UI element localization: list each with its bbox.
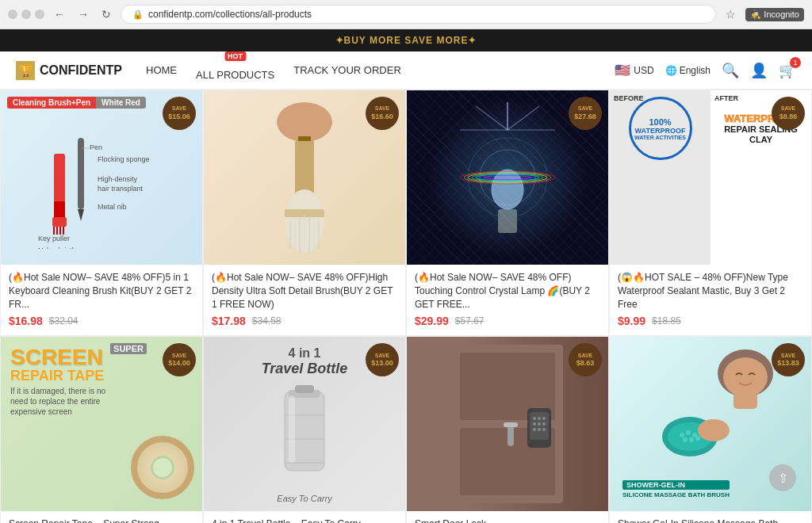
product-card-8[interactable]: SHOWER-GEL-IN SILICONE MASSAGE BATH BRUS… (609, 336, 812, 523)
screen-tape-text-area: SCREEN REPAIR TAPE If it is damaged, the… (10, 346, 113, 417)
svg-point-57 (533, 417, 536, 420)
nav-home[interactable]: HOME (146, 64, 177, 76)
product-title-1: (🔥Hot Sale NOW– SAVE 48% OFF)5 in 1 Keyb… (9, 271, 194, 311)
brush-kit-svg: Flocking sponge High-density hair transp… (30, 106, 173, 249)
account-icon[interactable]: 👤 (750, 62, 768, 79)
svg-point-79 (698, 419, 730, 441)
browser-chrome: ← → ↻ 🔒 confidentp.com/collections/all-p… (0, 0, 812, 29)
currency-label: USD (634, 65, 653, 76)
label-gray-1: White Red (96, 97, 146, 109)
browser-refresh-button[interactable]: ↻ (98, 6, 114, 22)
logo-text: CONFIDENTP (40, 63, 122, 78)
price-current-1: $16.98 (9, 315, 43, 327)
cart-icon[interactable]: 🛒 1 (779, 62, 796, 79)
svg-point-60 (533, 422, 536, 426)
tape-roll-icon (131, 436, 194, 499)
price-original-4: $18.85 (652, 315, 681, 326)
svg-text:High-density: High-density (98, 175, 138, 183)
svg-point-73 (680, 433, 684, 437)
save-label-6: SAVE (375, 353, 390, 359)
save-amount-4: $8.86 (779, 113, 798, 121)
svg-point-77 (689, 437, 694, 442)
search-icon[interactable]: 🔍 (722, 62, 739, 79)
product-card-3[interactable]: SAVE $27.68 (🔥Hot Sale NOW– SAVE 48% OFF… (406, 90, 609, 336)
product-title-6: 4 in 1 Travel Bottle – Easy To Carry (212, 517, 397, 523)
product-image-4: BEFORE 100% WATERPROOF WATER ACTIVITIES … (610, 90, 811, 265)
price-original-2: $34.58 (252, 315, 282, 326)
massage-brush-svg (642, 342, 785, 500)
hot-badge: HOT (224, 52, 246, 61)
nav-track-order[interactable]: TRACK YOUR ORDER (293, 64, 401, 76)
product-info-6: 4 in 1 Travel Bottle – Easy To Carry (204, 511, 405, 523)
product-info-1: (🔥Hot Sale NOW– SAVE 48% OFF)5 in 1 Keyb… (1, 265, 202, 335)
product-card-4[interactable]: BEFORE 100% WATERPROOF WATER ACTIVITIES … (609, 90, 812, 336)
product-image-1: Flocking sponge High-density hair transp… (1, 90, 202, 265)
incognito-label: Incognito (764, 10, 799, 19)
svg-rect-56 (530, 412, 549, 440)
price-original-3: $57.67 (455, 315, 485, 326)
product-image-5: SCREEN REPAIR TAPE If it is damaged, the… (1, 337, 202, 511)
scroll-to-top-button[interactable]: ⇧ (769, 464, 796, 491)
save-badge-2: SAVE $16.60 (366, 97, 399, 130)
browser-dot-1 (8, 10, 17, 19)
product-prices-4: $9.99 $18.85 (618, 315, 803, 327)
save-badge-3: SAVE $27.68 (569, 97, 602, 130)
svg-text:Flocking sponge: Flocking sponge (98, 155, 150, 163)
language-selector[interactable]: 🌐 English (665, 65, 710, 76)
svg-rect-7 (78, 138, 84, 209)
product-card-7[interactable]: SAVE $8.63 Smart Door Lock (406, 336, 609, 523)
save-label-1: SAVE (172, 105, 187, 112)
browser-back-button[interactable]: ← (51, 6, 68, 22)
browser-forward-button[interactable]: → (75, 6, 92, 22)
product-card-1[interactable]: Flocking sponge High-density hair transp… (0, 90, 203, 336)
shower-gel-label: SHOWER-GEL-IN SILICONE MASSAGE BATH BRUS… (622, 480, 730, 498)
save-amount-6: $13.00 (371, 359, 393, 368)
incognito-badge: 🕵 Incognito (745, 8, 804, 21)
paint-brush-svg (241, 98, 368, 257)
save-label-4: SAVE (781, 105, 796, 112)
svg-point-62 (542, 422, 546, 426)
svg-point-64 (538, 428, 541, 431)
price-current-4: $9.99 (618, 315, 645, 327)
save-label-2: SAVE (375, 105, 390, 112)
svg-point-78 (695, 436, 700, 441)
product-label-tag-1: Cleaning Brush+Pen White Red (7, 97, 146, 109)
travel-bottle-svg (257, 384, 352, 487)
product-image-6: 4 in 1 Travel Bottle Easy To Carry S (204, 337, 405, 511)
product-title-7: Smart Door Lock (415, 517, 600, 523)
banner-text: ✦BUY MORE SAVE MORE✦ (335, 35, 477, 46)
site-header: 🏆 CONFIDENTP HOME HOT ALL PRODUCTS TRACK… (0, 52, 812, 90)
door-lock-svg (436, 337, 579, 511)
header-actions: 🇺🇸 USD 🌐 English 🔍 👤 🛒 1 (615, 62, 796, 79)
save-amount-8: $13.83 (777, 359, 799, 368)
product-card-6[interactable]: 4 in 1 Travel Bottle Easy To Carry S (203, 336, 406, 523)
after-label: AFTER (714, 94, 738, 102)
svg-point-65 (542, 428, 546, 431)
browser-star-button[interactable]: ☆ (722, 6, 739, 22)
products-grid: Flocking sponge High-density hair transp… (0, 90, 812, 523)
svg-rect-70 (733, 393, 757, 409)
browser-url-bar[interactable]: 🔒 confidentp.com/collections/all-product… (121, 5, 716, 24)
svg-point-69 (723, 357, 768, 397)
svg-text:Pen: Pen (90, 143, 102, 151)
svg-point-63 (533, 428, 536, 431)
main-nav: HOME HOT ALL PRODUCTS TRACK YOUR ORDER (146, 59, 615, 81)
save-amount-7: $8.63 (576, 359, 595, 368)
currency-selector[interactable]: 🇺🇸 USD (615, 63, 653, 78)
save-amount-3: $27.68 (574, 113, 596, 121)
site-logo[interactable]: 🏆 CONFIDENTP (16, 61, 122, 80)
product-info-2: (🔥Hot Sale NOW– SAVE 48% OFF)High Densit… (204, 265, 405, 335)
svg-point-74 (686, 430, 691, 435)
save-amount-1: $15.06 (168, 113, 190, 121)
product-image-3: SAVE $27.68 (407, 90, 608, 265)
nav-all-products[interactable]: HOT ALL PRODUCTS (196, 59, 274, 81)
svg-text:Key puller: Key puller (38, 235, 70, 242)
product-card-5[interactable]: SCREEN REPAIR TAPE If it is damaged, the… (0, 336, 203, 523)
browser-dot-2 (21, 10, 31, 19)
save-amount-5: $14.00 (168, 359, 190, 368)
browser-url-text: confidentp.com/collections/all-products (148, 9, 312, 20)
product-card-2[interactable]: SAVE $16.60 (🔥Hot Sale NOW– SAVE 48% OFF… (203, 90, 406, 336)
product-info-8: Shower Gel-In Silicone Massage Bath Brus… (610, 511, 811, 523)
flag-icon: 🇺🇸 (615, 63, 630, 78)
svg-rect-51 (289, 395, 295, 463)
